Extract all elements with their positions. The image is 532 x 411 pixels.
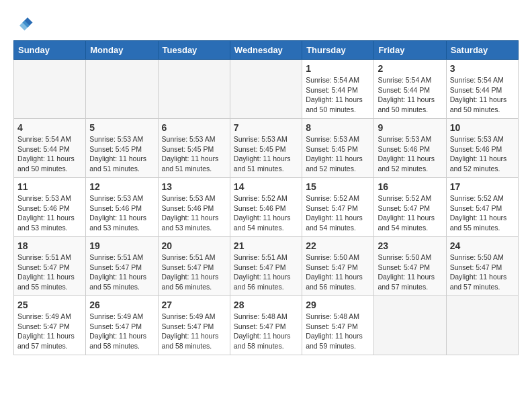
day-number: 15	[306, 181, 370, 192]
day-number: 11	[17, 181, 82, 192]
day-number: 26	[89, 300, 154, 310]
day-number: 6	[162, 122, 226, 133]
day-info: Sunrise: 5:50 AM Sunset: 5:47 PM Dayligh…	[450, 253, 515, 292]
day-info: Sunrise: 5:53 AM Sunset: 5:46 PM Dayligh…	[378, 134, 442, 174]
calendar-week-row: 1Sunrise: 5:54 AM Sunset: 5:44 PM Daylig…	[14, 60, 519, 119]
calendar-cell: 10Sunrise: 5:53 AM Sunset: 5:46 PM Dayli…	[446, 119, 518, 178]
day-info: Sunrise: 5:54 AM Sunset: 5:44 PM Dayligh…	[17, 134, 82, 174]
day-info: Sunrise: 5:51 AM Sunset: 5:47 PM Dayligh…	[89, 253, 154, 292]
day-number: 28	[234, 300, 298, 310]
calendar-cell	[14, 60, 86, 119]
weekday-header-row: SundayMondayTuesdayWednesdayThursdayFrid…	[14, 41, 519, 60]
day-number: 22	[306, 240, 370, 251]
weekday-header-thursday: Thursday	[302, 41, 374, 60]
calendar-cell: 22Sunrise: 5:50 AM Sunset: 5:47 PM Dayli…	[302, 237, 374, 296]
day-number: 20	[162, 240, 226, 251]
day-number: 7	[234, 122, 298, 133]
day-info: Sunrise: 5:53 AM Sunset: 5:45 PM Dayligh…	[162, 134, 226, 174]
calendar-cell: 3Sunrise: 5:54 AM Sunset: 5:44 PM Daylig…	[446, 60, 518, 119]
day-number: 25	[17, 300, 82, 310]
calendar-cell: 9Sunrise: 5:53 AM Sunset: 5:46 PM Daylig…	[374, 119, 446, 178]
day-info: Sunrise: 5:53 AM Sunset: 5:46 PM Dayligh…	[89, 193, 154, 233]
day-number: 13	[162, 181, 226, 192]
calendar-table: SundayMondayTuesdayWednesdayThursdayFrid…	[13, 40, 519, 355]
day-info: Sunrise: 5:53 AM Sunset: 5:46 PM Dayligh…	[17, 193, 82, 233]
calendar-cell: 13Sunrise: 5:53 AM Sunset: 5:46 PM Dayli…	[158, 178, 230, 237]
day-info: Sunrise: 5:52 AM Sunset: 5:47 PM Dayligh…	[450, 193, 515, 233]
day-number: 16	[378, 181, 442, 192]
calendar-cell: 26Sunrise: 5:49 AM Sunset: 5:47 PM Dayli…	[86, 296, 158, 355]
calendar-cell: 17Sunrise: 5:52 AM Sunset: 5:47 PM Dayli…	[446, 178, 518, 237]
page-header	[13, 13, 519, 34]
day-number: 4	[17, 122, 82, 133]
weekday-header-monday: Monday	[86, 41, 158, 60]
day-info: Sunrise: 5:53 AM Sunset: 5:45 PM Dayligh…	[234, 134, 298, 174]
calendar-cell	[374, 296, 446, 355]
day-number: 2	[378, 63, 442, 74]
logo	[13, 13, 36, 34]
calendar-cell: 6Sunrise: 5:53 AM Sunset: 5:45 PM Daylig…	[158, 119, 230, 178]
day-info: Sunrise: 5:53 AM Sunset: 5:45 PM Dayligh…	[306, 134, 370, 174]
calendar-week-row: 18Sunrise: 5:51 AM Sunset: 5:47 PM Dayli…	[14, 237, 519, 296]
calendar-cell: 28Sunrise: 5:48 AM Sunset: 5:47 PM Dayli…	[230, 296, 302, 355]
calendar-week-row: 25Sunrise: 5:49 AM Sunset: 5:47 PM Dayli…	[14, 296, 519, 355]
day-info: Sunrise: 5:49 AM Sunset: 5:47 PM Dayligh…	[89, 312, 154, 351]
day-info: Sunrise: 5:54 AM Sunset: 5:44 PM Dayligh…	[450, 75, 515, 115]
calendar-cell: 19Sunrise: 5:51 AM Sunset: 5:47 PM Dayli…	[86, 237, 158, 296]
weekday-header-sunday: Sunday	[14, 41, 86, 60]
day-number: 3	[450, 63, 515, 74]
calendar-cell: 1Sunrise: 5:54 AM Sunset: 5:44 PM Daylig…	[302, 60, 374, 119]
calendar-cell	[446, 296, 518, 355]
weekday-header-wednesday: Wednesday	[230, 41, 302, 60]
day-number: 8	[306, 122, 370, 133]
calendar-cell: 24Sunrise: 5:50 AM Sunset: 5:47 PM Dayli…	[446, 237, 518, 296]
day-number: 24	[450, 240, 515, 251]
calendar-cell: 14Sunrise: 5:52 AM Sunset: 5:46 PM Dayli…	[230, 178, 302, 237]
calendar-cell: 2Sunrise: 5:54 AM Sunset: 5:44 PM Daylig…	[374, 60, 446, 119]
day-info: Sunrise: 5:53 AM Sunset: 5:45 PM Dayligh…	[89, 134, 154, 174]
calendar-cell: 15Sunrise: 5:52 AM Sunset: 5:47 PM Dayli…	[302, 178, 374, 237]
weekday-header-tuesday: Tuesday	[158, 41, 230, 60]
day-info: Sunrise: 5:49 AM Sunset: 5:47 PM Dayligh…	[162, 312, 226, 351]
calendar-cell: 25Sunrise: 5:49 AM Sunset: 5:47 PM Dayli…	[14, 296, 86, 355]
day-info: Sunrise: 5:48 AM Sunset: 5:47 PM Dayligh…	[306, 312, 370, 351]
calendar-cell: 12Sunrise: 5:53 AM Sunset: 5:46 PM Dayli…	[86, 178, 158, 237]
day-info: Sunrise: 5:52 AM Sunset: 5:47 PM Dayligh…	[378, 193, 442, 233]
day-number: 19	[89, 240, 154, 251]
calendar-cell	[158, 60, 230, 119]
calendar-cell	[230, 60, 302, 119]
calendar-cell: 21Sunrise: 5:51 AM Sunset: 5:47 PM Dayli…	[230, 237, 302, 296]
day-info: Sunrise: 5:48 AM Sunset: 5:47 PM Dayligh…	[234, 312, 298, 351]
day-info: Sunrise: 5:54 AM Sunset: 5:44 PM Dayligh…	[378, 75, 442, 115]
calendar-week-row: 11Sunrise: 5:53 AM Sunset: 5:46 PM Dayli…	[14, 178, 519, 237]
calendar-week-row: 4Sunrise: 5:54 AM Sunset: 5:44 PM Daylig…	[14, 119, 519, 178]
calendar-cell: 16Sunrise: 5:52 AM Sunset: 5:47 PM Dayli…	[374, 178, 446, 237]
day-info: Sunrise: 5:52 AM Sunset: 5:47 PM Dayligh…	[306, 193, 370, 233]
day-number: 9	[378, 122, 442, 133]
logo-icon	[13, 13, 34, 34]
weekday-header-friday: Friday	[374, 41, 446, 60]
day-info: Sunrise: 5:51 AM Sunset: 5:47 PM Dayligh…	[17, 253, 82, 292]
calendar-cell: 20Sunrise: 5:51 AM Sunset: 5:47 PM Dayli…	[158, 237, 230, 296]
calendar-cell: 18Sunrise: 5:51 AM Sunset: 5:47 PM Dayli…	[14, 237, 86, 296]
calendar-cell: 7Sunrise: 5:53 AM Sunset: 5:45 PM Daylig…	[230, 119, 302, 178]
calendar-cell: 29Sunrise: 5:48 AM Sunset: 5:47 PM Dayli…	[302, 296, 374, 355]
day-number: 1	[306, 63, 370, 74]
day-info: Sunrise: 5:53 AM Sunset: 5:46 PM Dayligh…	[450, 134, 515, 174]
day-info: Sunrise: 5:50 AM Sunset: 5:47 PM Dayligh…	[378, 253, 442, 292]
day-number: 5	[89, 122, 154, 133]
day-number: 17	[450, 181, 515, 192]
day-info: Sunrise: 5:51 AM Sunset: 5:47 PM Dayligh…	[162, 253, 226, 292]
day-number: 12	[89, 181, 154, 192]
calendar-cell: 4Sunrise: 5:54 AM Sunset: 5:44 PM Daylig…	[14, 119, 86, 178]
day-info: Sunrise: 5:54 AM Sunset: 5:44 PM Dayligh…	[306, 75, 370, 115]
day-number: 10	[450, 122, 515, 133]
calendar-cell: 11Sunrise: 5:53 AM Sunset: 5:46 PM Dayli…	[14, 178, 86, 237]
calendar-cell: 8Sunrise: 5:53 AM Sunset: 5:45 PM Daylig…	[302, 119, 374, 178]
day-info: Sunrise: 5:49 AM Sunset: 5:47 PM Dayligh…	[17, 312, 82, 351]
day-info: Sunrise: 5:51 AM Sunset: 5:47 PM Dayligh…	[234, 253, 298, 292]
day-number: 29	[306, 300, 370, 310]
day-info: Sunrise: 5:53 AM Sunset: 5:46 PM Dayligh…	[162, 193, 226, 233]
calendar-cell: 27Sunrise: 5:49 AM Sunset: 5:47 PM Dayli…	[158, 296, 230, 355]
day-number: 14	[234, 181, 298, 192]
